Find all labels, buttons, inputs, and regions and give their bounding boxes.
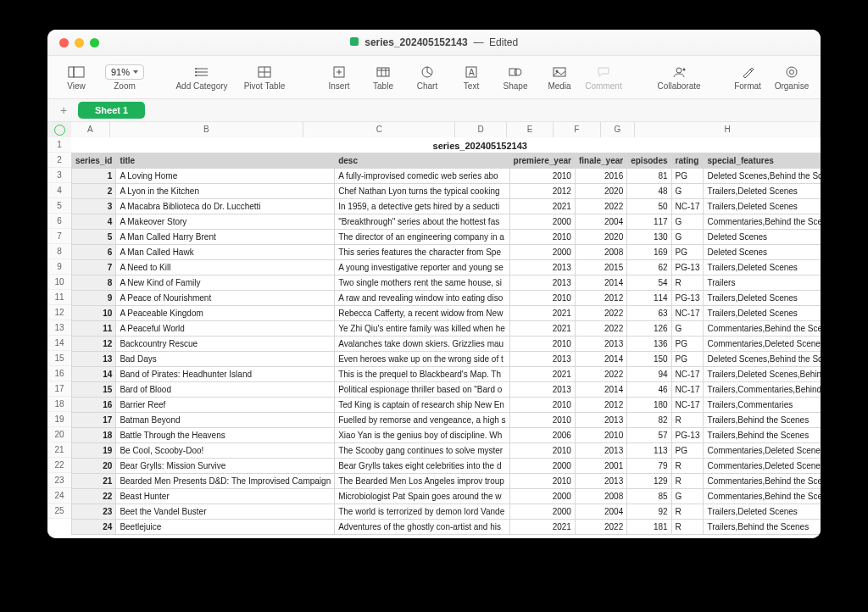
- cell[interactable]: Trailers,Deleted Scenes: [704, 199, 821, 214]
- cell[interactable]: G: [671, 230, 704, 245]
- cell[interactable]: Bad Days: [116, 352, 335, 367]
- cell[interactable]: 114: [627, 291, 671, 306]
- cell[interactable]: 2001: [575, 459, 626, 474]
- header-rating[interactable]: rating: [671, 153, 704, 169]
- cell[interactable]: 2010: [509, 443, 575, 459]
- cell[interactable]: Rebecca Cafferty, a recent widow from Ne…: [335, 306, 509, 321]
- table-row[interactable]: 21Bearded Men Presents D&D: The Improvis…: [72, 474, 821, 489]
- col-header-G[interactable]: G: [601, 122, 636, 137]
- cell[interactable]: Trailers,Deleted Scenes: [704, 504, 821, 520]
- cell[interactable]: 54: [627, 275, 671, 291]
- cell[interactable]: 2008: [575, 245, 626, 260]
- row-header[interactable]: 1: [47, 137, 71, 153]
- grid[interactable]: series_202405152143series_idtitledescpre…: [71, 137, 821, 535]
- row-header[interactable]: 17: [47, 381, 71, 397]
- cell[interactable]: 15: [72, 382, 116, 398]
- cell[interactable]: 13: [72, 352, 116, 367]
- cell[interactable]: Backcountry Rescue: [116, 337, 335, 352]
- table-row[interactable]: 16Barrier ReefTed King is captain of res…: [72, 398, 821, 413]
- table-row[interactable]: 13Bad DaysEven heroes wake up on the wro…: [72, 352, 821, 367]
- cell[interactable]: 2000: [509, 459, 575, 474]
- col-header-H[interactable]: H: [635, 122, 821, 137]
- cell[interactable]: 2014: [575, 382, 626, 398]
- cell[interactable]: A Need to Kill: [116, 260, 335, 275]
- cell[interactable]: 14: [72, 367, 116, 382]
- row-header[interactable]: 18: [47, 397, 71, 412]
- table-row[interactable]: 23Beet the Vandel BusterThe world is ter…: [72, 504, 821, 520]
- cell[interactable]: 2013: [575, 474, 626, 489]
- cell[interactable]: 2021: [509, 321, 575, 337]
- cell[interactable]: PG: [671, 352, 704, 367]
- cell[interactable]: Trailers,Behind the Scenes: [704, 428, 821, 443]
- col-header-D[interactable]: D: [455, 122, 506, 137]
- data-table[interactable]: series_202405152143series_idtitledescpre…: [71, 137, 821, 535]
- cell[interactable]: 2013: [509, 382, 575, 398]
- cell[interactable]: Trailers: [704, 275, 821, 291]
- cell[interactable]: A New Kind of Family: [116, 275, 335, 291]
- cell[interactable]: Xiao Yan is the genius boy of discipline…: [335, 428, 509, 443]
- cell[interactable]: A Peaceable Kingdom: [116, 306, 335, 321]
- cell[interactable]: 2008: [575, 489, 626, 504]
- cell[interactable]: Trailers,Deleted Scenes: [704, 306, 821, 321]
- cell[interactable]: Even heroes wake up on the wrong side of…: [335, 352, 509, 367]
- cell[interactable]: 2000: [509, 245, 575, 260]
- header-premiere_year[interactable]: premiere_year: [509, 153, 575, 169]
- cell[interactable]: 2010: [509, 230, 575, 245]
- cell[interactable]: A raw and revealing window into eating d…: [335, 291, 509, 306]
- cell[interactable]: 2022: [575, 321, 626, 337]
- cell[interactable]: 2: [72, 184, 116, 199]
- row-header[interactable]: 6: [47, 214, 71, 229]
- cell[interactable]: Band of Pirates: Headhunter Island: [116, 367, 335, 382]
- cell[interactable]: NC-17: [671, 398, 704, 413]
- cell[interactable]: This series features the character from …: [335, 245, 509, 260]
- header-finale_year[interactable]: finale_year: [575, 153, 626, 169]
- row-header[interactable]: 13: [47, 320, 71, 336]
- cell[interactable]: 48: [627, 184, 671, 199]
- cell[interactable]: 16: [72, 398, 116, 413]
- shape-button[interactable]: Shape: [493, 58, 537, 96]
- cell[interactable]: 2012: [575, 398, 626, 413]
- collaborate-button[interactable]: Collaborate: [649, 58, 709, 96]
- media-button[interactable]: Media: [537, 58, 581, 96]
- cell[interactable]: 5: [72, 230, 116, 245]
- row-header[interactable]: 15: [47, 351, 71, 366]
- row-header[interactable]: 7: [47, 229, 71, 244]
- cell[interactable]: A Lyon in the Kitchen: [116, 184, 335, 199]
- row-header[interactable]: 8: [47, 244, 71, 259]
- table-row[interactable]: 6A Man Called HawkThis series features t…: [72, 245, 821, 260]
- cell[interactable]: Beast Hunter: [116, 489, 335, 504]
- table-row[interactable]: 20Bear Grylls: Mission SurviveBear Gryll…: [72, 459, 821, 474]
- cell[interactable]: PG: [671, 169, 704, 184]
- cell[interactable]: In 1959, a detective gets hired by a sed…: [335, 199, 509, 214]
- cell[interactable]: 2013: [575, 443, 626, 459]
- cell[interactable]: 1: [72, 169, 116, 184]
- table-row[interactable]: 1A Loving HomeA fully-improvised comedic…: [72, 169, 821, 184]
- cell[interactable]: 2015: [575, 260, 626, 275]
- spreadsheet-area[interactable]: ABCDEFGH 1234567891011121314151617181920…: [47, 122, 821, 538]
- cell[interactable]: PG: [671, 337, 704, 352]
- table-row[interactable]: 5A Man Called Harry BrentThe director of…: [72, 230, 821, 245]
- cell[interactable]: Deleted Scenes,Behind the Scenes: [704, 169, 821, 184]
- cell[interactable]: Bear Grylls takes eight celebrities into…: [335, 459, 509, 474]
- cell[interactable]: 8: [72, 275, 116, 291]
- cell[interactable]: 2000: [509, 489, 575, 504]
- col-header-A[interactable]: A: [71, 122, 110, 137]
- cell[interactable]: Commentaries,Deleted Scenes,Behind the S…: [704, 459, 821, 474]
- cell[interactable]: Be Cool, Scooby-Doo!: [116, 443, 335, 459]
- cell[interactable]: 130: [627, 230, 671, 245]
- cell[interactable]: 2020: [575, 230, 626, 245]
- select-all-corner[interactable]: [47, 122, 72, 138]
- insert-button[interactable]: Insert: [317, 58, 361, 96]
- cell[interactable]: Microbiologist Pat Spain goes around the…: [335, 489, 509, 504]
- cell[interactable]: Trailers,Deleted Scenes,Behind the Scene…: [704, 367, 821, 382]
- row-header[interactable]: 24: [47, 488, 71, 504]
- row-header[interactable]: 2: [47, 153, 71, 168]
- cell[interactable]: 2022: [575, 306, 626, 321]
- cell[interactable]: Deleted Scenes: [704, 245, 821, 260]
- table-row[interactable]: 11A Peaceful WorldYe Zhi Qiu's entire fa…: [72, 321, 821, 337]
- cell[interactable]: 2022: [575, 367, 626, 382]
- cell[interactable]: 181: [627, 520, 671, 535]
- header-series_id[interactable]: series_id: [72, 153, 116, 169]
- cell[interactable]: 2021: [509, 306, 575, 321]
- cell[interactable]: Bear Grylls: Mission Survive: [116, 459, 335, 474]
